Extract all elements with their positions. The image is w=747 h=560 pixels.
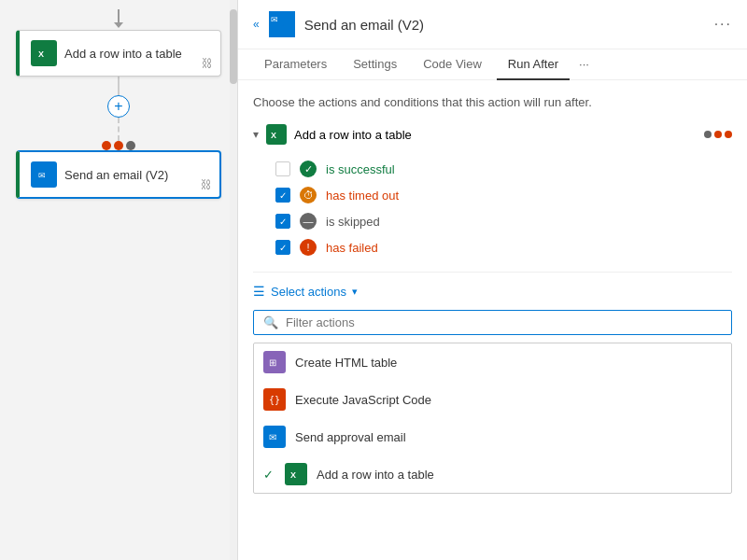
section-dot-3 <box>725 131 732 138</box>
dot-red-2 <box>114 141 123 150</box>
svg-text:⊞: ⊞ <box>269 357 276 368</box>
panel-header: « ✉ Send an email (V2) ··· <box>238 0 747 49</box>
panel-email-icon-svg: ✉ <box>269 11 284 26</box>
dot-red-1 <box>102 141 111 150</box>
condition-failed: ✓ ! has failed <box>253 234 732 260</box>
action-label-approval-email: Send approval email <box>295 430 406 444</box>
email-icon-svg: ✉ <box>36 167 51 182</box>
panel-more-button[interactable]: ··· <box>714 16 732 33</box>
tab-run-after[interactable]: Run After <box>497 49 570 80</box>
tabs-bar: Parameters Settings Code View Run After … <box>238 49 747 80</box>
description-text: Choose the actions and conditions that t… <box>253 95 732 109</box>
add-row-action-icon: X <box>285 463 307 485</box>
section-header: ▾ X Add a row into a table <box>253 124 732 145</box>
checkbox-successful[interactable] <box>275 161 290 176</box>
action-item-add-row[interactable]: ✓ X Add a row into a table <box>254 455 731 493</box>
add-row-action-svg: X <box>289 468 303 481</box>
approval-email-svg: ✉ <box>268 430 281 443</box>
label-skipped: is skipped <box>326 215 380 229</box>
action-label-create-html: Create HTML table <box>295 356 397 370</box>
condition-skipped: ✓ — is skipped <box>253 208 732 234</box>
svg-text:X: X <box>38 49 44 59</box>
right-panel: « ✉ Send an email (V2) ··· Parameters Se… <box>238 0 747 560</box>
divider <box>253 272 732 273</box>
section-title: Add a row into a table <box>294 128 697 142</box>
section-status-dots <box>704 131 732 138</box>
panel-content: Choose the actions and conditions that t… <box>238 80 747 560</box>
check-mark-icon: ✓ <box>263 468 274 482</box>
create-html-svg: ⊞ <box>268 356 281 369</box>
svg-text:X: X <box>271 131 276 140</box>
send-email-card[interactable]: ✉ Send an email (V2) ⛓ <box>16 150 221 199</box>
svg-text:✉: ✉ <box>269 432 276 442</box>
tab-more-button[interactable]: ··· <box>573 49 595 79</box>
create-html-icon: ⊞ <box>263 351 286 373</box>
section-excel-icon: X <box>266 124 287 145</box>
email-card-icon: ✉ <box>31 161 57 188</box>
section-dot-2 <box>714 131 722 138</box>
status-icon-failed: ! <box>300 239 317 256</box>
dot-gray <box>126 141 135 150</box>
add-step-button[interactable]: + <box>107 95 130 118</box>
filter-box: 🔍 <box>253 310 732 335</box>
excel-card-icon: X <box>31 40 57 66</box>
label-timeout: has timed out <box>326 189 399 203</box>
list-icon: ☰ <box>253 284 265 299</box>
action-item-approval-email[interactable]: ✉ Send approval email <box>254 418 731 455</box>
section-dot-1 <box>704 131 712 138</box>
execute-js-icon: {} <box>263 388 286 411</box>
checkbox-timeout[interactable]: ✓ <box>275 188 290 203</box>
condition-timeout: ✓ ⏱ has timed out <box>253 182 732 208</box>
add-row-card-title: Add a row into a table <box>64 47 209 61</box>
actions-dropdown: ⊞ Create HTML table {} Execute JavaScrip… <box>253 343 732 494</box>
action-item-execute-js[interactable]: {} Execute JavaScript Code <box>254 381 731 418</box>
select-actions-row[interactable]: ☰ Select actions ▾ <box>253 284 732 299</box>
flow-container: X Add a row into a table ⛓ + ✉ Send an e… <box>0 0 237 199</box>
add-row-link-icon: ⛓ <box>202 57 213 70</box>
send-email-card-title: Send an email (V2) <box>64 168 208 182</box>
filter-actions-input[interactable] <box>286 315 722 329</box>
send-email-link-icon: ⛓ <box>201 178 212 191</box>
checkbox-skipped[interactable]: ✓ <box>275 214 290 229</box>
left-panel: X Add a row into a table ⛓ + ✉ Send an e… <box>0 0 238 560</box>
svg-text:{}: {} <box>269 395 280 405</box>
excel-icon-svg: X <box>36 46 51 61</box>
action-item-create-html[interactable]: ⊞ Create HTML table <box>254 343 731 381</box>
label-failed: has failed <box>326 241 378 255</box>
approval-email-icon: ✉ <box>263 426 286 448</box>
action-label-add-row: Add a row into a table <box>317 468 434 482</box>
tab-code-view[interactable]: Code View <box>412 49 493 80</box>
scrollbar-track[interactable] <box>230 0 237 560</box>
select-actions-label: Select actions <box>271 285 346 299</box>
checkbox-failed[interactable]: ✓ <box>275 240 290 255</box>
scrollbar-thumb[interactable] <box>230 9 237 84</box>
label-successful: is successful <box>326 162 395 176</box>
execute-js-svg: {} <box>268 393 281 406</box>
connector-line-1 <box>118 77 120 95</box>
svg-text:✉: ✉ <box>271 15 278 24</box>
section-chevron-icon[interactable]: ▾ <box>253 128 259 141</box>
connector-dashed <box>118 118 120 141</box>
tab-settings[interactable]: Settings <box>342 49 408 80</box>
action-label-execute-js: Execute JavaScript Code <box>295 393 431 407</box>
status-icon-successful: ✓ <box>300 161 317 177</box>
status-icon-skipped: — <box>300 213 317 230</box>
status-icon-timeout: ⏱ <box>300 187 317 203</box>
search-icon: 🔍 <box>263 315 278 329</box>
condition-successful: ✓ is successful <box>253 156 732 182</box>
section-excel-svg: X <box>269 127 284 142</box>
status-dots <box>102 141 135 150</box>
arrow-down-icon <box>113 9 124 28</box>
svg-text:X: X <box>290 470 296 480</box>
add-row-card[interactable]: X Add a row into a table ⛓ <box>16 30 221 77</box>
expand-button[interactable]: « <box>253 18 260 31</box>
svg-text:✉: ✉ <box>38 171 46 180</box>
tab-parameters[interactable]: Parameters <box>253 49 338 80</box>
panel-header-icon: ✉ <box>269 11 295 37</box>
panel-title: Send an email (V2) <box>304 17 705 33</box>
select-actions-chevron-icon: ▾ <box>352 286 358 298</box>
